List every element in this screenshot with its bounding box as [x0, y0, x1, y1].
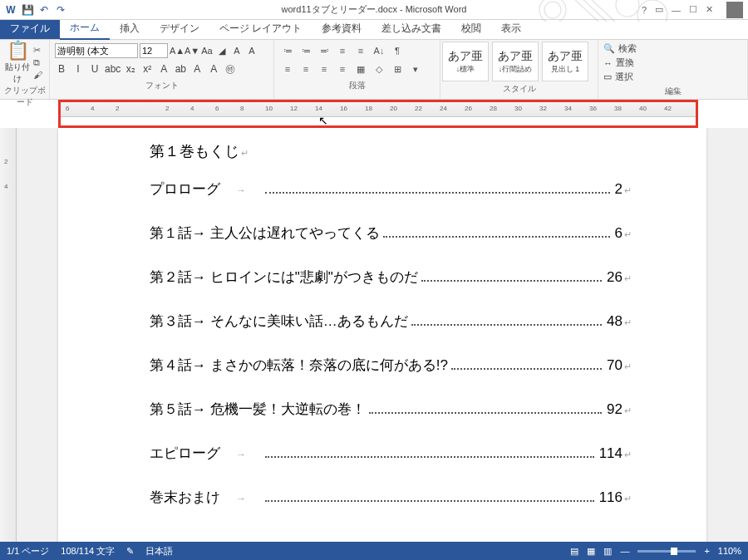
vertical-ruler[interactable]: 24: [0, 128, 17, 542]
zoom-slider[interactable]: [637, 550, 696, 553]
edit-選択[interactable]: ▭選択: [603, 70, 742, 84]
tab-参考資料[interactable]: 参考資料: [312, 18, 372, 39]
status-words[interactable]: 108/114 文字: [61, 545, 115, 558]
zoom-level[interactable]: 110%: [718, 546, 741, 556]
para-btn[interactable]: ≡: [334, 61, 351, 76]
toc-leader: [265, 500, 594, 502]
return-mark-icon: ↵: [623, 317, 632, 328]
font-btn[interactable]: U: [88, 61, 101, 76]
save-icon[interactable]: 💾: [22, 4, 33, 16]
undo-icon[interactable]: ↶: [38, 4, 50, 16]
font-btn[interactable]: ab: [174, 61, 187, 76]
ruler-highlight: 6422468101214161820222426283032343638404…: [58, 100, 698, 128]
group-editing: 🔍検索↔置換▭選択 編集: [598, 40, 748, 99]
font-btn[interactable]: A: [190, 61, 204, 76]
para-btn[interactable]: ≡: [298, 61, 314, 76]
toc-page: 2: [613, 181, 623, 198]
font-btn[interactable]: A: [244, 43, 259, 58]
font-btn[interactable]: A▼: [185, 43, 199, 58]
para-btn[interactable]: ⊞: [389, 61, 406, 76]
toc-page: 92: [605, 401, 623, 418]
ribbon-tabs: ファイルホーム挿入デザインページ レイアウト参考資料差し込み文書校閲表示: [0, 20, 748, 40]
tab-arrow-icon: →: [220, 493, 262, 504]
para-btn[interactable]: ▦: [352, 61, 369, 76]
tab-挿入[interactable]: 挿入: [110, 18, 150, 39]
font-btn[interactable]: Aa: [199, 43, 214, 58]
group-label: 段落: [278, 78, 436, 91]
font-btn[interactable]: abc: [105, 61, 121, 76]
toc-label: プロローグ: [150, 179, 220, 199]
toc-entry: 巻末おまけ→116↵: [150, 488, 632, 507]
font-btn[interactable]: x₂: [124, 61, 137, 76]
zoom-out-icon[interactable]: —: [620, 546, 629, 556]
group-styles: あア亜↓標準あア亜↓行間詰めあア亜見出し 1 スタイル: [440, 40, 598, 99]
svg-point-2: [616, 0, 639, 17]
user-avatar[interactable]: [726, 2, 743, 18]
page-sheet[interactable]: 第１巻もくじ↵ プロローグ→2↵第１話→ 主人公は遅れてやってくる6↵第２話→ …: [58, 128, 706, 542]
para-btn[interactable]: ≡: [316, 61, 332, 76]
toc-label: 第１話→ 主人公は遅れてやってくる: [150, 224, 380, 243]
return-mark-icon: ↵: [623, 273, 632, 284]
para-btn[interactable]: ≡: [279, 61, 296, 76]
tab-ホーム[interactable]: ホーム: [60, 17, 110, 40]
style-box[interactable]: あア亜↓行間詰め: [492, 42, 539, 81]
para-btn[interactable]: ≡: [334, 43, 351, 58]
style-box[interactable]: あア亜見出し 1: [542, 42, 588, 81]
toc-entry: プロローグ→2↵: [150, 179, 632, 199]
font-btn[interactable]: ㊕: [224, 61, 237, 76]
para-btn[interactable]: ¶: [389, 43, 406, 58]
status-lang[interactable]: 日本語: [145, 545, 173, 558]
status-page[interactable]: 1/1 ページ: [7, 545, 49, 558]
maximize-icon[interactable]: ☐: [689, 4, 697, 15]
style-box[interactable]: あア亜↓標準: [442, 42, 489, 81]
font-size-field[interactable]: 12: [140, 43, 168, 58]
font-btn[interactable]: A: [229, 43, 244, 58]
edit-置換[interactable]: ↔置換: [603, 56, 742, 70]
proofing-icon[interactable]: ✎: [126, 546, 134, 557]
font-btn[interactable]: I: [71, 61, 85, 76]
font-btn[interactable]: x²: [140, 61, 154, 76]
close-icon[interactable]: ✕: [706, 4, 713, 15]
toc-page: 26: [605, 269, 623, 286]
document-area: 24 第１巻もくじ↵ プロローグ→2↵第１話→ 主人公は遅れてやってくる6↵第２…: [0, 128, 748, 542]
toc-leader: [451, 368, 602, 370]
group-label: フォント: [53, 78, 270, 91]
tab-表示[interactable]: 表示: [491, 18, 531, 39]
tab-ファイル[interactable]: ファイル: [0, 18, 60, 39]
font-btn[interactable]: A: [157, 61, 170, 76]
edit-検索[interactable]: 🔍検索: [603, 42, 742, 56]
font-btn[interactable]: ◢: [214, 43, 229, 58]
para-btn[interactable]: ▾: [407, 61, 424, 76]
toc-page: 114: [598, 445, 623, 462]
zoom-in-icon[interactable]: +: [704, 546, 709, 556]
redo-icon[interactable]: ↷: [55, 4, 66, 16]
tab-ページ レイアウト[interactable]: ページ レイアウト: [209, 18, 312, 39]
font-name-field[interactable]: 游明朝 (本文: [55, 43, 138, 58]
tab-校閲[interactable]: 校閲: [451, 18, 491, 39]
view-print-icon[interactable]: ▦: [587, 546, 595, 557]
font-btn[interactable]: A: [207, 61, 220, 76]
decor-graphic: [536, 0, 669, 22]
horizontal-ruler[interactable]: 6422468101214161820222426283032343638404…: [61, 102, 696, 117]
minimize-icon[interactable]: —: [672, 5, 681, 15]
para-btn[interactable]: ≔: [298, 43, 314, 58]
format-painter-icon[interactable]: 🖌: [33, 70, 42, 80]
toc-page: 6: [613, 225, 623, 242]
para-btn[interactable]: ≡: [352, 43, 369, 58]
paste-button[interactable]: 📋 貼り付け: [3, 40, 32, 85]
view-read-icon[interactable]: ▤: [570, 546, 578, 557]
cut-icon[interactable]: ✂: [33, 45, 42, 56]
return-mark-icon: ↵: [623, 185, 632, 196]
group-label: 編集: [603, 84, 742, 97]
tab-デザイン[interactable]: デザイン: [150, 18, 209, 39]
para-btn[interactable]: ≕: [316, 43, 332, 58]
view-web-icon[interactable]: ▥: [603, 546, 612, 557]
return-mark-icon: ↵: [623, 449, 632, 460]
para-btn[interactable]: ≔: [279, 43, 296, 58]
para-btn[interactable]: ◇: [371, 61, 387, 76]
font-btn[interactable]: B: [55, 61, 68, 76]
copy-icon[interactable]: ⧉: [33, 57, 42, 68]
font-btn[interactable]: A▲: [170, 43, 185, 58]
para-btn[interactable]: A↓: [371, 43, 387, 58]
tab-差し込み文書[interactable]: 差し込み文書: [372, 18, 451, 39]
